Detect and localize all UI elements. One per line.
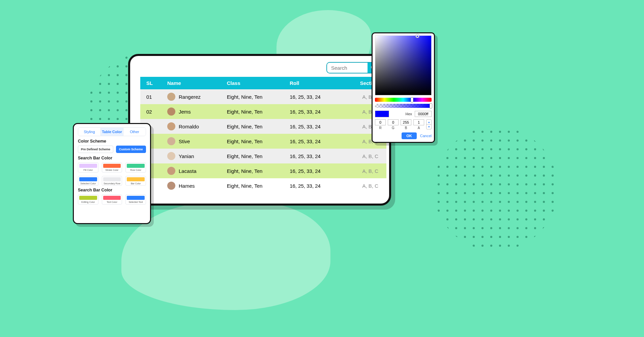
cell-class: Eight, Nine, Ten [224,178,286,193]
color-swatch[interactable]: Selected Text [125,194,146,205]
swatch-label: Secondary Row [103,182,121,185]
color-chip [103,177,121,181]
scheme-row: Pre Defined Scheme Custom Scheme [78,146,146,153]
table-row[interactable]: HamesEight, Nine, Ten16, 25, 33, 24A, B,… [140,178,386,193]
cancel-button[interactable]: Cancel [420,134,432,138]
color-swatch[interactable]: Selected Color [78,176,98,186]
table-row[interactable]: 02JemsEight, Nine, Ten16, 25, 33, 24A, B… [140,104,386,119]
cell-class: Eight, Nine, Ten [224,89,286,104]
settings-tabs: Styling Table Color Other [78,127,146,136]
gear-shape-bottom [121,202,330,310]
value-stepper[interactable]: ▴ ▾ [426,119,432,129]
swatch-label: Fill Color [79,169,97,172]
r-input[interactable] [375,119,386,125]
swatch-label: Bar Color [127,182,145,185]
avatar [167,137,175,145]
color-swatch[interactable]: Row Color [125,162,146,173]
color-picker-panel: Hex R G B A ▴ ▾ OK Cancel [372,32,435,143]
name-text: Stive [179,139,190,144]
cell-name: Hames [164,178,224,193]
name-text: Lacasta [179,168,197,174]
th-name[interactable]: Name [164,77,224,89]
th-sl[interactable]: SL [140,77,164,89]
cell-roll: 16, 25, 33, 24 [286,104,342,119]
color-chip [127,196,145,200]
avatar [167,167,175,175]
color-chip [79,177,97,181]
hex-input[interactable] [415,111,432,117]
alpha-slider[interactable] [375,104,432,108]
avatar [167,93,175,101]
hex-label: Hex [405,112,412,116]
tab-styling[interactable]: Styling [78,128,100,136]
swatch-label: Selected Color [79,182,97,185]
name-text: Rangerez [179,94,201,100]
cell-roll: 16, 25, 33, 24 [286,134,342,149]
table-row[interactable]: LacastaEight, Nine, Ten16, 25, 33, 24A, … [140,163,386,178]
custom-scheme-button[interactable]: Custom Scheme [116,146,146,153]
name-text: Yanian [179,153,194,159]
cell-name: Jems [164,104,224,119]
cell-class: Eight, Nine, Ten [224,134,286,149]
th-roll[interactable]: Roll [286,77,342,89]
rgba-row: R G B A ▴ ▾ [375,119,432,130]
name-text: Hames [179,183,195,189]
color-chip [127,164,145,168]
cell-roll: 16, 25, 33, 24 [286,178,342,193]
g-input[interactable] [388,119,399,125]
cell-class: Eight, Nine, Ten [224,104,286,119]
chevron-down-icon[interactable]: ▾ [427,124,431,129]
cell-roll: 16, 25, 33, 24 [286,163,342,178]
color-swatch[interactable]: Text Color [102,194,122,205]
cell-name: Romaldo [164,119,224,134]
hue-slider[interactable] [375,98,432,102]
tab-table-color[interactable]: Table Color [100,128,123,136]
cell-sl: 01 [140,89,164,104]
alpha-thumb-icon[interactable] [430,103,432,109]
cell-section: A, B, C [342,163,386,178]
search-input[interactable] [327,63,368,73]
sv-cursor-icon[interactable] [416,34,419,38]
ok-button[interactable]: OK [402,132,417,139]
predefined-scheme-button[interactable]: Pre Defined Scheme [78,146,113,153]
color-chip [103,164,121,168]
section-color-scheme: Color Scheme [78,139,146,144]
swatch-label: Selected Text [127,201,145,204]
saturation-value-box[interactable] [375,35,432,95]
a-label: A [418,126,420,130]
cell-class: Eight, Nine, Ten [224,119,286,134]
cell-name: Lacasta [164,163,224,178]
cell-roll: 16, 25, 33, 24 [286,89,342,104]
search-row [130,56,389,77]
chevron-up-icon[interactable]: ▴ [427,120,431,124]
b-label: B [405,126,407,130]
table-body: 01RangerezEight, Nine, Ten16, 25, 33, 24… [140,89,386,193]
table-row[interactable]: YanianEight, Nine, Ten16, 25, 33, 24A, B… [140,149,386,163]
cell-name: Stive [164,134,224,149]
tab-other[interactable]: Other [123,128,146,136]
color-swatch[interactable]: Editing Color [78,194,98,205]
cell-name: Yanian [164,149,224,163]
g-label: G [392,126,394,130]
swatch-grid-1: Fill ColorStroke ColorRow ColorSelected … [78,162,146,186]
color-swatch[interactable]: Secondary Row [102,176,122,186]
a-input[interactable] [413,119,424,125]
hex-row: Hex [375,111,432,117]
hue-thumb-icon[interactable] [411,97,413,102]
color-swatch[interactable]: Bar Color [125,176,146,186]
b-input[interactable] [401,119,411,125]
table-row[interactable]: StiveEight, Nine, Ten16, 25, 33, 24A, B,… [140,134,386,149]
color-chip [79,196,97,200]
name-text: Jems [179,109,191,115]
color-swatch[interactable]: Stroke Color [102,162,122,173]
color-swatch[interactable]: Fill Color [78,162,98,173]
avatar [167,108,175,116]
table-row[interactable]: RomaldoEight, Nine, Ten16, 25, 33, 24A, … [140,119,386,134]
color-chip [127,177,145,181]
cell-class: Eight, Nine, Ten [224,149,286,163]
cell-roll: 16, 25, 33, 24 [286,149,342,163]
section-search-bar-color-2: Search Bar Color [78,188,146,192]
table-row[interactable]: 01RangerezEight, Nine, Ten16, 25, 33, 24… [140,89,386,104]
th-class[interactable]: Class [224,77,286,89]
swatch-label: Text Color [103,201,121,204]
